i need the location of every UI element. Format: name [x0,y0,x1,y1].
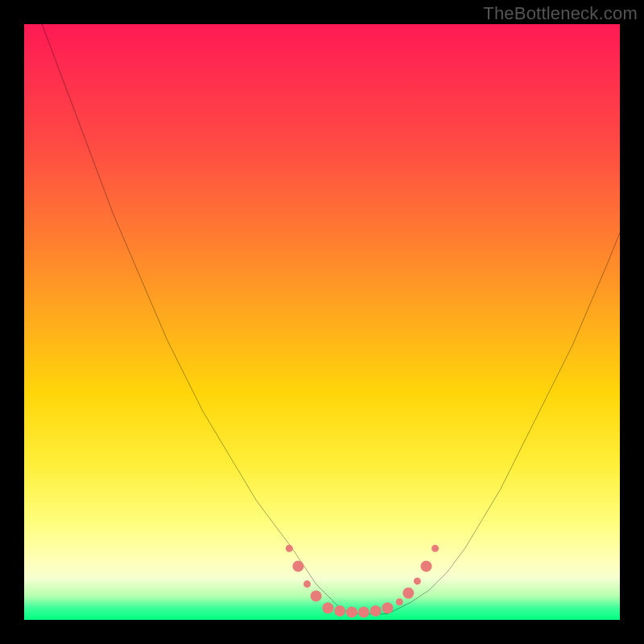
bead [396,598,403,605]
overlay-beads [286,545,439,618]
bead [420,560,431,572]
bead [311,590,322,601]
bead [431,545,439,552]
curve-layer [24,24,620,620]
bead [346,606,357,617]
bead [370,605,382,617]
watermark-text: TheBottleneck.com [483,3,638,24]
bead [334,605,345,617]
bead [322,602,333,613]
bead [414,577,421,584]
bead [286,545,293,552]
bead [382,602,393,613]
curve-series [42,24,620,614]
bottleneck-curve [42,24,620,614]
bead [402,588,414,599]
plot-area [24,24,620,620]
bead [292,560,303,572]
chart-frame: TheBottleneck.com [0,0,644,644]
bead [358,606,369,617]
bead [303,580,311,588]
